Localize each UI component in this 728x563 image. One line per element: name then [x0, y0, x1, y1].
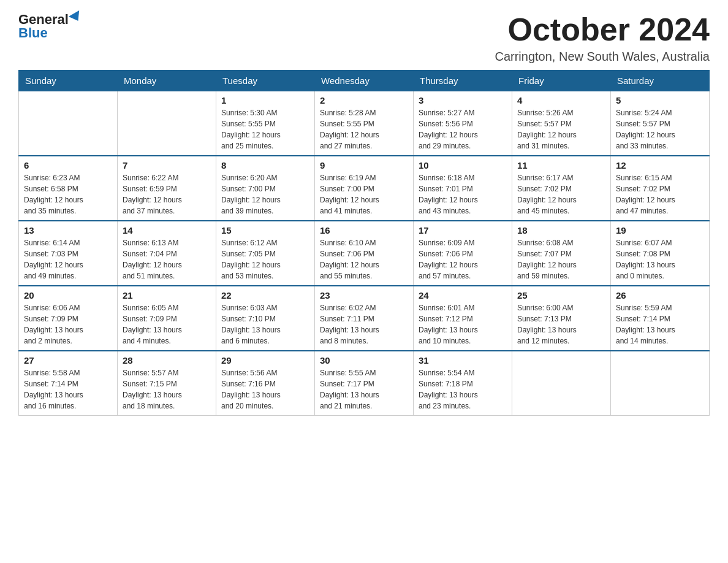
day-info: Sunrise: 6:13 AMSunset: 7:04 PMDaylight:… [123, 237, 211, 282]
day-info: Sunrise: 6:00 AMSunset: 7:13 PMDaylight:… [517, 302, 605, 347]
day-info: Sunrise: 6:03 AMSunset: 7:10 PMDaylight:… [221, 302, 309, 347]
calendar-week-row: 6Sunrise: 6:23 AMSunset: 6:58 PMDaylight… [19, 156, 710, 221]
calendar-cell: 17Sunrise: 6:09 AMSunset: 7:06 PMDayligh… [414, 221, 512, 286]
day-number: 2 [320, 95, 408, 105]
calendar-cell: 31Sunrise: 5:54 AMSunset: 7:18 PMDayligh… [414, 351, 512, 416]
day-number: 31 [419, 355, 507, 366]
calendar-week-row: 1Sunrise: 5:30 AMSunset: 5:55 PMDaylight… [19, 91, 710, 156]
calendar-cell: 14Sunrise: 6:13 AMSunset: 7:04 PMDayligh… [118, 221, 216, 286]
day-info: Sunrise: 6:10 AMSunset: 7:06 PMDaylight:… [320, 237, 408, 282]
day-info: Sunrise: 5:57 AMSunset: 7:15 PMDaylight:… [123, 367, 211, 412]
month-title: October 2024 [495, 12, 710, 47]
day-info: Sunrise: 5:24 AMSunset: 5:57 PMDaylight:… [616, 107, 704, 151]
calendar-cell: 8Sunrise: 6:20 AMSunset: 7:00 PMDaylight… [216, 156, 315, 221]
day-info: Sunrise: 6:06 AMSunset: 7:09 PMDaylight:… [24, 302, 112, 347]
day-number: 14 [123, 225, 211, 236]
day-info: Sunrise: 6:01 AMSunset: 7:12 PMDaylight:… [419, 302, 507, 347]
calendar-cell: 10Sunrise: 6:18 AMSunset: 7:01 PMDayligh… [414, 156, 512, 221]
calendar-cell: 3Sunrise: 5:27 AMSunset: 5:56 PMDaylight… [414, 91, 512, 156]
day-number: 29 [221, 355, 309, 366]
calendar-cell: 27Sunrise: 5:58 AMSunset: 7:14 PMDayligh… [19, 351, 118, 416]
col-monday: Monday [118, 71, 216, 91]
day-info: Sunrise: 6:08 AMSunset: 7:07 PMDaylight:… [517, 237, 605, 282]
day-info: Sunrise: 5:26 AMSunset: 5:57 PMDaylight:… [517, 107, 605, 151]
day-number: 26 [616, 290, 704, 301]
calendar-cell [512, 351, 611, 416]
calendar-cell: 28Sunrise: 5:57 AMSunset: 7:15 PMDayligh… [118, 351, 216, 416]
day-number: 8 [221, 160, 309, 170]
calendar-cell: 11Sunrise: 6:17 AMSunset: 7:02 PMDayligh… [512, 156, 611, 221]
day-number: 15 [221, 225, 309, 236]
calendar-cell: 4Sunrise: 5:26 AMSunset: 5:57 PMDaylight… [512, 91, 611, 156]
day-info: Sunrise: 6:15 AMSunset: 7:02 PMDaylight:… [616, 172, 704, 216]
day-number: 20 [24, 290, 112, 301]
calendar-cell: 18Sunrise: 6:08 AMSunset: 7:07 PMDayligh… [512, 221, 611, 286]
day-number: 3 [419, 95, 507, 105]
calendar-cell: 26Sunrise: 5:59 AMSunset: 7:14 PMDayligh… [611, 286, 710, 351]
day-number: 23 [320, 290, 408, 301]
calendar-cell: 15Sunrise: 6:12 AMSunset: 7:05 PMDayligh… [216, 221, 315, 286]
col-saturday: Saturday [611, 71, 710, 91]
day-info: Sunrise: 6:20 AMSunset: 7:00 PMDaylight:… [221, 172, 309, 216]
calendar-cell: 20Sunrise: 6:06 AMSunset: 7:09 PMDayligh… [19, 286, 118, 351]
calendar-cell: 25Sunrise: 6:00 AMSunset: 7:13 PMDayligh… [512, 286, 611, 351]
calendar-cell: 23Sunrise: 6:02 AMSunset: 7:11 PMDayligh… [315, 286, 414, 351]
day-number: 6 [24, 160, 112, 170]
day-number: 9 [320, 160, 408, 170]
day-info: Sunrise: 5:56 AMSunset: 7:16 PMDaylight:… [221, 367, 309, 412]
calendar-cell: 12Sunrise: 6:15 AMSunset: 7:02 PMDayligh… [611, 156, 710, 221]
day-info: Sunrise: 5:55 AMSunset: 7:17 PMDaylight:… [320, 367, 408, 412]
calendar-cell: 19Sunrise: 6:07 AMSunset: 7:08 PMDayligh… [611, 221, 710, 286]
col-sunday: Sunday [19, 71, 118, 91]
day-info: Sunrise: 6:07 AMSunset: 7:08 PMDaylight:… [616, 237, 704, 282]
day-info: Sunrise: 6:14 AMSunset: 7:03 PMDaylight:… [24, 237, 112, 282]
day-number: 22 [221, 290, 309, 301]
day-number: 12 [616, 160, 704, 170]
logo: General Blue [18, 12, 82, 40]
day-info: Sunrise: 6:12 AMSunset: 7:05 PMDaylight:… [221, 237, 309, 282]
day-info: Sunrise: 6:09 AMSunset: 7:06 PMDaylight:… [419, 237, 507, 282]
day-number: 11 [517, 160, 605, 170]
calendar-cell: 13Sunrise: 6:14 AMSunset: 7:03 PMDayligh… [19, 221, 118, 286]
day-number: 24 [419, 290, 507, 301]
calendar-cell: 9Sunrise: 6:19 AMSunset: 7:00 PMDaylight… [315, 156, 414, 221]
calendar-table: Sunday Monday Tuesday Wednesday Thursday… [18, 70, 710, 416]
day-number: 16 [320, 225, 408, 236]
day-info: Sunrise: 6:22 AMSunset: 6:59 PMDaylight:… [123, 172, 211, 216]
col-wednesday: Wednesday [315, 71, 414, 91]
calendar-cell: 30Sunrise: 5:55 AMSunset: 7:17 PMDayligh… [315, 351, 414, 416]
day-number: 18 [517, 225, 605, 236]
calendar-week-row: 27Sunrise: 5:58 AMSunset: 7:14 PMDayligh… [19, 351, 710, 416]
day-info: Sunrise: 5:27 AMSunset: 5:56 PMDaylight:… [419, 107, 507, 151]
calendar-cell: 29Sunrise: 5:56 AMSunset: 7:16 PMDayligh… [216, 351, 315, 416]
day-number: 25 [517, 290, 605, 301]
day-info: Sunrise: 6:02 AMSunset: 7:11 PMDaylight:… [320, 302, 408, 347]
calendar-cell: 24Sunrise: 6:01 AMSunset: 7:12 PMDayligh… [414, 286, 512, 351]
calendar-cell: 1Sunrise: 5:30 AMSunset: 5:55 PMDaylight… [216, 91, 315, 156]
day-info: Sunrise: 5:54 AMSunset: 7:18 PMDaylight:… [419, 367, 507, 412]
day-number: 27 [24, 355, 112, 366]
calendar-cell: 22Sunrise: 6:03 AMSunset: 7:10 PMDayligh… [216, 286, 315, 351]
day-number: 1 [221, 95, 309, 105]
day-number: 13 [24, 225, 112, 236]
day-number: 28 [123, 355, 211, 366]
calendar-cell [611, 351, 710, 416]
day-info: Sunrise: 6:05 AMSunset: 7:09 PMDaylight:… [123, 302, 211, 347]
day-info: Sunrise: 6:23 AMSunset: 6:58 PMDaylight:… [24, 172, 112, 216]
logo-blue: Blue [18, 26, 48, 40]
day-number: 30 [320, 355, 408, 366]
location-title: Carrington, New South Wales, Australia [495, 50, 710, 64]
page-header: General Blue October 2024 Carrington, Ne… [18, 12, 710, 64]
col-thursday: Thursday [414, 71, 512, 91]
calendar-cell [118, 91, 216, 156]
day-info: Sunrise: 5:28 AMSunset: 5:55 PMDaylight:… [320, 107, 408, 151]
title-area: October 2024 Carrington, New South Wales… [495, 12, 710, 64]
calendar-cell: 7Sunrise: 6:22 AMSunset: 6:59 PMDaylight… [118, 156, 216, 221]
calendar-week-row: 20Sunrise: 6:06 AMSunset: 7:09 PMDayligh… [19, 286, 710, 351]
day-number: 4 [517, 95, 605, 105]
calendar-cell: 16Sunrise: 6:10 AMSunset: 7:06 PMDayligh… [315, 221, 414, 286]
day-info: Sunrise: 6:19 AMSunset: 7:00 PMDaylight:… [320, 172, 408, 216]
calendar-cell: 5Sunrise: 5:24 AMSunset: 5:57 PMDaylight… [611, 91, 710, 156]
day-info: Sunrise: 5:58 AMSunset: 7:14 PMDaylight:… [24, 367, 112, 412]
day-info: Sunrise: 5:30 AMSunset: 5:55 PMDaylight:… [221, 107, 309, 151]
